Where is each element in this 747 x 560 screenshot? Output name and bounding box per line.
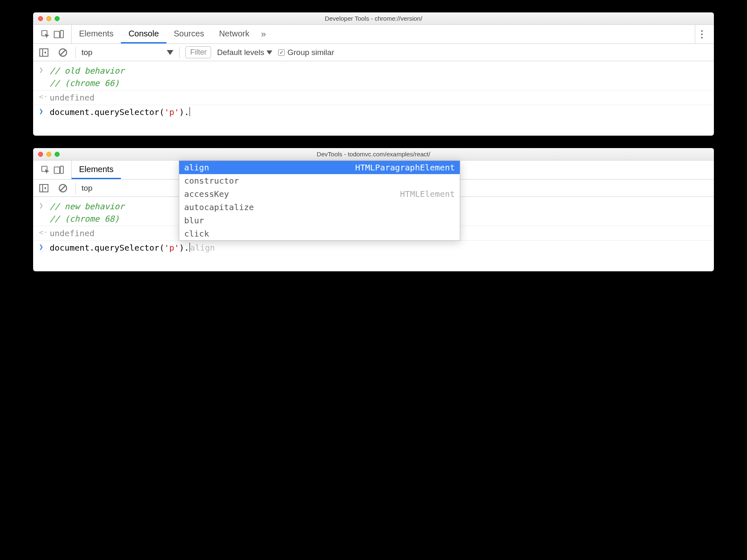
- toolbar-right-group: [689, 25, 714, 43]
- sidebar-toggle-icon[interactable]: [37, 182, 50, 195]
- minimize-icon[interactable]: [46, 152, 51, 157]
- more-tabs-icon[interactable]: »: [257, 25, 270, 43]
- input-gutter-icon: ❯: [39, 65, 45, 74]
- autocomplete-type: HTMLElement: [400, 189, 455, 199]
- autocomplete-name: align: [184, 163, 209, 172]
- minimize-icon[interactable]: [46, 16, 51, 21]
- traffic-lights: [38, 152, 60, 157]
- autocomplete-item[interactable]: accessKey HTMLElement: [179, 187, 460, 201]
- console-row: ❯ // old behavior // (chrome 66): [33, 64, 714, 90]
- chevron-down-icon: [167, 50, 173, 55]
- clear-console-icon[interactable]: [56, 182, 70, 195]
- console-input[interactable]: document.querySelector('p').align: [50, 242, 215, 254]
- undefined-output: undefined: [50, 227, 94, 239]
- inspect-icon[interactable]: [39, 163, 52, 177]
- context-selector[interactable]: top: [82, 184, 92, 193]
- titlebar[interactable]: Developer Tools - chrome://version/: [33, 12, 714, 25]
- window-title: DevTools - todomvc.com/examples/react/: [317, 151, 430, 158]
- svg-rect-2: [60, 30, 63, 38]
- maximize-icon[interactable]: [55, 16, 60, 21]
- autocomplete-item[interactable]: autocapitalize: [179, 201, 460, 214]
- console-input-row[interactable]: ❯ document.querySelector('p').: [33, 105, 714, 119]
- input-gutter-icon: ❯: [39, 200, 45, 210]
- titlebar[interactable]: DevTools - todomvc.com/examples/react/: [33, 148, 714, 160]
- undefined-output: undefined: [50, 91, 94, 104]
- context-label: top: [82, 184, 92, 193]
- context-label: top: [82, 48, 92, 57]
- autocomplete-item[interactable]: align HTMLParagraphElement: [179, 161, 460, 174]
- svg-rect-7: [60, 166, 63, 173]
- tab-network[interactable]: Network: [211, 25, 257, 43]
- autocomplete-item[interactable]: click: [179, 227, 460, 240]
- maximize-icon[interactable]: [55, 152, 60, 157]
- window-title: Developer Tools - chrome://version/: [325, 15, 423, 22]
- autocomplete-name: autocapitalize: [184, 202, 254, 212]
- console-row: <· undefined: [33, 90, 714, 105]
- toolbar-left-group: [33, 25, 72, 43]
- inspect-icon[interactable]: [39, 28, 52, 41]
- main-toolbar: Elements align HTMLParagraphElement cons…: [33, 160, 714, 179]
- divider: [75, 47, 76, 58]
- group-similar-toggle[interactable]: ✓ Group similar: [278, 48, 334, 57]
- divider: [75, 182, 76, 194]
- devtools-window-old: Developer Tools - chrome://version/ Elem…: [33, 12, 714, 136]
- tab-console[interactable]: Console: [121, 25, 166, 43]
- prompt-gutter-icon: ❯: [39, 242, 45, 251]
- traffic-lights: [38, 16, 60, 21]
- tab-elements[interactable]: Elements: [72, 25, 121, 43]
- context-selector[interactable]: top: [82, 48, 173, 57]
- device-toggle-icon[interactable]: [52, 28, 65, 41]
- close-icon[interactable]: [38, 152, 43, 157]
- autocomplete-type: HTMLParagraphElement: [355, 163, 455, 172]
- devtools-window-new: DevTools - todomvc.com/examples/react/ E…: [33, 148, 714, 271]
- close-icon[interactable]: [38, 16, 43, 21]
- log-levels-selector[interactable]: Default levels: [217, 48, 272, 57]
- autocomplete-popup[interactable]: align HTMLParagraphElement constructor a…: [179, 160, 460, 241]
- autocomplete-name: accessKey: [184, 189, 229, 199]
- code-comment: // old behavior // (chrome 66): [50, 65, 125, 89]
- divider: [179, 47, 180, 58]
- autocomplete-name: blur: [184, 215, 204, 225]
- kebab-menu-icon[interactable]: [695, 25, 708, 43]
- checkbox-icon[interactable]: ✓: [278, 49, 285, 56]
- chevron-down-icon: [267, 50, 272, 55]
- code-comment: // new behavior // (chrome 68): [50, 200, 125, 225]
- prompt-gutter-icon: ❯: [39, 106, 45, 115]
- autocomplete-item[interactable]: blur: [179, 214, 460, 227]
- tab-sources[interactable]: Sources: [166, 25, 211, 43]
- autocomplete-name: constructor: [184, 176, 239, 186]
- svg-rect-1: [54, 31, 60, 38]
- filter-input[interactable]: Filter: [185, 46, 211, 58]
- output-gutter-icon: <·: [39, 227, 45, 237]
- output-gutter-icon: <·: [39, 91, 45, 101]
- autocomplete-item[interactable]: constructor: [179, 174, 460, 187]
- console-input-row[interactable]: ❯ document.querySelector('p').align: [33, 240, 714, 255]
- console-output[interactable]: ❯ // old behavior // (chrome 66) <· unde…: [33, 61, 714, 136]
- sidebar-toggle-icon[interactable]: [37, 46, 50, 59]
- group-similar-label: Group similar: [287, 48, 334, 57]
- console-subbar: top Filter Default levels ✓ Group simila…: [33, 44, 714, 61]
- autocomplete-name: click: [184, 229, 209, 239]
- levels-label: Default levels: [217, 48, 264, 57]
- console-input[interactable]: document.querySelector('p').: [50, 106, 190, 118]
- svg-rect-6: [54, 167, 60, 173]
- clear-console-icon[interactable]: [56, 46, 70, 59]
- tab-elements[interactable]: Elements: [72, 160, 121, 179]
- toolbar-left-group: [33, 160, 72, 179]
- device-toggle-icon[interactable]: [52, 163, 65, 177]
- main-toolbar: Elements Console Sources Network »: [33, 25, 714, 44]
- panel-tabs: Elements Console Sources Network »: [72, 25, 689, 43]
